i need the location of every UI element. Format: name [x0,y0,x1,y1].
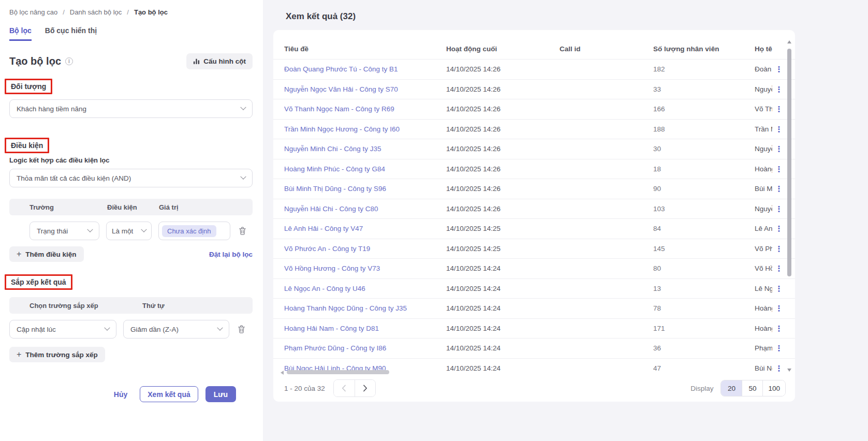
row-menu-button[interactable]: ⋮ [772,65,786,73]
result-person-name: Nguyễn Minh Chi [755,145,772,153]
row-menu-button[interactable]: ⋮ [772,145,786,153]
result-title-link[interactable]: Lê Ngọc An - Công ty U46 [284,285,365,292]
row-menu-button[interactable]: ⋮ [772,245,786,253]
result-person-name: Nguyễn Ngọc Văn Hải [755,85,772,93]
result-title-link[interactable]: Đoàn Quang Phước Tú - Công ty B1 [284,65,398,73]
row-menu-button[interactable]: ⋮ [772,105,786,113]
object-select[interactable]: Khách hàng tiềm năng [9,99,253,118]
value-chip[interactable]: Chưa xác định [162,225,216,237]
result-last-activity: 14/10/2025 14:26 [446,185,560,193]
annotation-box-sort: Sắp xếp kết quả [5,274,72,290]
vertical-scroll-thumb[interactable] [787,49,791,276]
result-title-link[interactable]: Bùi Minh Thị Dũng - Công ty S96 [284,185,386,193]
table-row: Nguyễn Minh Chi - Công ty J3514/10/2025 … [273,139,795,159]
next-page-button[interactable] [355,380,375,396]
tab-display-layout[interactable]: Bố cục hiển thị [45,26,97,41]
kebab-icon: ⋮ [775,364,783,373]
row-menu-button[interactable]: ⋮ [772,165,786,173]
app-root: Bộ lọc nâng cao / Danh sách bộ lọc / Tạo… [0,0,868,441]
kebab-icon: ⋮ [775,85,783,94]
result-title-link[interactable]: Hoàng Hải Nam - Công ty D81 [284,325,379,332]
breadcrumb-item-advanced-filters[interactable]: Bộ lọc nâng cao [9,8,57,16]
vertical-scrollbar[interactable] [786,40,792,372]
row-menu-button[interactable]: ⋮ [772,225,786,232]
sort-section-label: Sắp xếp kết quả [11,278,66,286]
row-menu-button[interactable]: ⋮ [772,344,786,352]
row-menu-button[interactable]: ⋮ [772,205,786,213]
row-menu-button[interactable]: ⋮ [772,125,786,133]
result-title-link[interactable]: Hoàng Thanh Ngọc Dũng - Công ty J35 [284,304,407,312]
page-size-100[interactable]: 100 [762,380,785,396]
chevron-down-icon [240,105,246,110]
result-title-link[interactable]: Trần Minh Ngọc Hương - Công ty I60 [284,125,400,133]
horizontal-scroll-thumb[interactable] [287,370,389,374]
row-menu-button[interactable]: ⋮ [772,304,786,312]
result-last-activity: 14/10/2025 14:24 [446,304,560,312]
row-menu-button[interactable]: ⋮ [772,264,786,272]
sort-order-select[interactable]: Giảm dần (Z-A) [123,320,229,339]
result-person-name: Hoàng Minh Phúc [755,165,772,173]
col-last-activity: Hoạt động cuối [446,45,560,53]
logic-select[interactable]: Thỏa mãn tất cả các điều kiện (AND) [9,169,253,187]
delete-sort-button[interactable] [236,324,247,335]
result-last-activity: 14/10/2025 14:26 [446,205,560,213]
row-menu-button[interactable]: ⋮ [772,325,786,332]
result-person-name: Hoàng Thanh Ngọc Dũng [755,304,772,312]
page-size-50[interactable]: 50 [742,380,762,396]
column-config-button[interactable]: Cấu hình cột [186,53,253,69]
result-title-link[interactable]: Võ Hồng Hương - Công ty V73 [284,264,380,272]
result-title-link[interactable]: Lê Anh Hải - Công ty V47 [284,225,363,232]
scroll-left-icon[interactable] [281,371,284,375]
add-sort-field-button[interactable]: + Thêm trường sắp xếp [9,347,105,362]
chevron-down-icon [240,174,246,180]
object-section-label: Đối tượng [11,82,46,91]
breadcrumb-item-filter-list[interactable]: Danh sách bộ lọc [70,8,122,16]
page-size-20[interactable]: 20 [721,380,742,396]
row-menu-button[interactable]: ⋮ [772,185,786,193]
delete-condition-button[interactable] [237,225,248,237]
result-last-activity: 14/10/2025 14:24 [446,285,560,292]
scroll-down-icon[interactable] [787,369,791,372]
result-title-link[interactable]: Võ Thanh Ngọc Nam - Công ty R69 [284,105,394,113]
row-menu-button[interactable]: ⋮ [772,85,786,93]
sort-table-header: Chọn trường sắp xếp Thứ tự [9,297,253,314]
horizontal-scrollbar[interactable] [281,370,397,375]
page-title: Tạo bộ lọc [9,55,61,67]
result-title-link[interactable]: Nguyễn Ngọc Văn Hải - Công ty S70 [284,85,398,93]
results-title: Xem kết quả (32) [286,11,868,22]
col-operator: Điều kiện [107,203,159,211]
col-value: Giá trị [159,203,253,211]
cancel-button[interactable]: Hủy [114,390,127,399]
result-last-activity: 14/10/2025 14:24 [446,364,560,372]
reset-filter-link[interactable]: Đặt lại bộ lọc [209,251,253,258]
result-employee-count: 30 [653,145,755,153]
result-person-name: Hoàng Hải Nam [755,325,772,332]
kebab-icon: ⋮ [775,304,783,313]
result-title-link[interactable]: Nguyễn Minh Chi - Công ty J35 [284,145,381,153]
col-title: Tiêu đề [284,45,446,53]
condition-table-header: Trường Điều kiện Giá trị [9,199,253,215]
tab-filter[interactable]: Bộ lọc [9,26,32,41]
add-condition-button[interactable]: + Thêm điều kiện [9,246,84,262]
result-person-name: Bùi Minh Thị Dũng [755,185,772,193]
result-employee-count: 188 [653,125,755,133]
scroll-up-icon[interactable] [787,40,791,43]
chevron-down-icon [217,325,223,331]
prev-page-button[interactable] [334,380,355,396]
result-title-link[interactable]: Nguyễn Hải Chi - Công ty C80 [284,205,378,213]
row-menu-button[interactable]: ⋮ [772,364,786,372]
condition-value-input[interactable]: Chưa xác định [158,222,230,240]
condition-operator-select[interactable]: Là một [106,222,152,240]
result-title-link[interactable]: Võ Phước An - Công ty T19 [284,245,370,253]
result-title-link[interactable]: Hoàng Minh Phúc - Công ty G84 [284,165,385,173]
pagination-range: 1 - 20 của 32 [284,385,325,392]
save-button[interactable]: Lưu [205,386,236,402]
sort-field-select[interactable]: Cập nhật lúc [9,320,116,339]
row-menu-button[interactable]: ⋮ [772,285,786,292]
info-icon[interactable]: i [65,57,73,65]
result-person-name: Phạm Phước Dũng [755,344,772,352]
result-employee-count: 171 [653,325,755,332]
preview-results-button[interactable]: Xem kết quả [140,386,198,402]
condition-field-select[interactable]: Trạng thái [30,222,99,240]
result-title-link[interactable]: Phạm Phước Dũng - Công ty I86 [284,344,386,352]
